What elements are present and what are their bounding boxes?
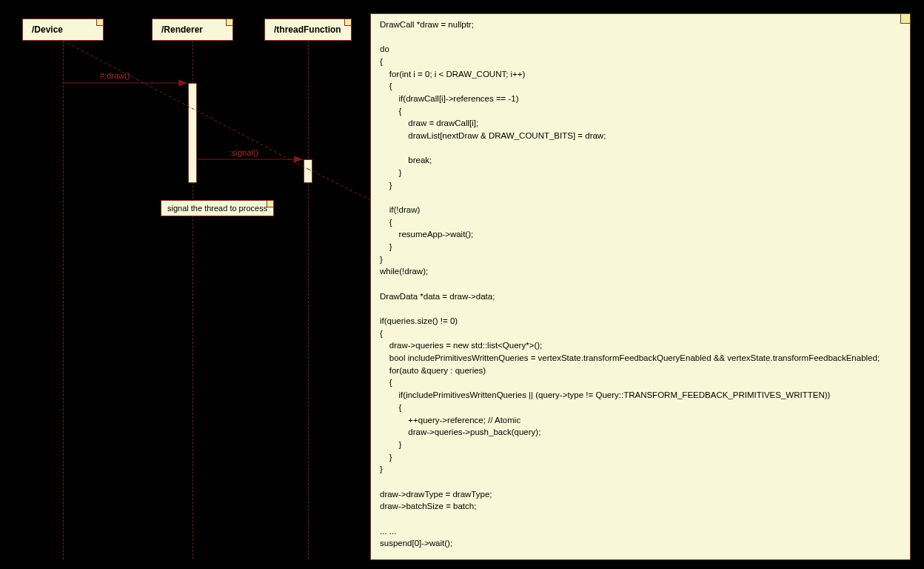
svg-line-4 (308, 169, 370, 200)
lifeline-device-head: /Device (22, 19, 104, 41)
signal-note-text: signal the thread to process (167, 204, 267, 213)
svg-line-3 (63, 41, 308, 169)
message-signal-label: :signal() (230, 148, 258, 157)
signal-note: signal the thread to process (161, 200, 274, 216)
code-panel-text: DrawCall *draw = nullptr; do { for(int i… (380, 20, 880, 560)
lifeline-threadfunction-head: /threadFunction (264, 19, 352, 41)
lifeline-renderer-label: /Renderer (161, 24, 203, 35)
lifeline-threadfunction-label: /threadFunction (274, 24, 341, 35)
activation-renderer (188, 83, 197, 183)
lifeline-device-line (63, 41, 64, 559)
lifeline-device-label: /Device (32, 24, 63, 35)
code-panel: DrawCall *draw = nullptr; do { for(int i… (370, 13, 911, 560)
message-draw-label: #:draw() (100, 71, 130, 80)
activation-threadfunction (304, 159, 312, 183)
lifeline-renderer-head: /Renderer (152, 19, 233, 41)
lifeline-threadfunction-line (308, 41, 309, 559)
